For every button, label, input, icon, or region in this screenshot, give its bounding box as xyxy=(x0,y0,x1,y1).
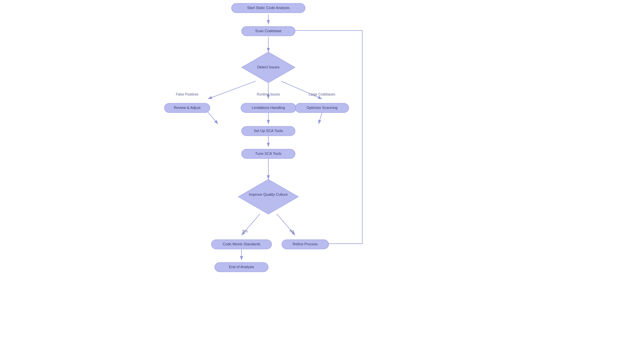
improve-quality-node: Improve Quality Culture xyxy=(238,179,299,214)
review-adjust-node: Review & Adjust xyxy=(164,103,210,113)
optimize-scanning-label: Optimize Scanning xyxy=(307,106,337,110)
code-meets-standards-label: Code Meets Standards xyxy=(223,242,261,246)
scan-node: Scan Codebase xyxy=(241,26,295,36)
arrow-optimize-to-setup xyxy=(319,112,322,124)
arrow-refine-to-scan xyxy=(285,31,362,244)
limitations-handling-label: Limitations Handling xyxy=(252,106,285,110)
refine-process-node: Refine Process xyxy=(282,240,329,249)
setup-sca-node: Set Up SCA Tools xyxy=(241,126,295,136)
runtime-issues-label: Runtime Issues xyxy=(257,93,280,96)
setup-sca-label: Set Up SCA Tools xyxy=(254,129,283,133)
false-positives-label: False Positives xyxy=(176,93,198,96)
yes-label: Yes xyxy=(242,229,248,233)
detect-label: Detect Issues xyxy=(257,65,280,69)
optimize-scanning-node: Optimize Scanning xyxy=(295,103,349,113)
improve-quality-label: Improve Quality Culture xyxy=(249,192,288,196)
start-label: Start Static Code Analysis xyxy=(247,6,290,10)
scan-label: Scan Codebase xyxy=(255,29,281,33)
end-of-analysis-node: End of Analysis xyxy=(215,262,268,272)
arrow-review-to-setup xyxy=(208,112,218,124)
tune-sca-label: Tune SCA Tools xyxy=(255,152,282,156)
code-meets-standards-node: Code Meets Standards xyxy=(211,240,272,249)
arrow-detect-to-review xyxy=(208,81,256,99)
detect-node: Detect Issues xyxy=(241,52,295,83)
limitations-handling-node: Limitations Handling xyxy=(241,103,296,113)
end-of-analysis-label: End of Analysis xyxy=(229,265,254,269)
start-node: Start Static Code Analysis xyxy=(231,3,305,13)
svg-marker-10 xyxy=(238,179,299,214)
refine-process-label: Refine Process xyxy=(293,242,318,246)
flowchart-container: Start Static Code Analysis Scan Codebase… xyxy=(0,0,644,362)
arrow-detect-to-optimize xyxy=(281,81,322,99)
no-label: No xyxy=(290,229,294,233)
tune-sca-node: Tune SCA Tools xyxy=(241,149,295,159)
large-codebases-label: Large Codebases xyxy=(309,93,335,96)
review-adjust-label: Review & Adjust xyxy=(174,106,200,110)
